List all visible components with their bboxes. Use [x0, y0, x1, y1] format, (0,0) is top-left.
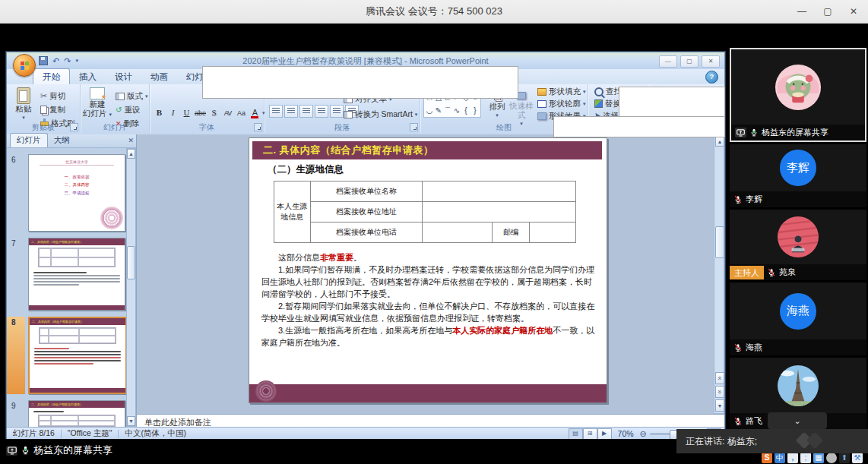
find-button[interactable]: 查找: [594, 86, 622, 97]
avatar: [730, 358, 866, 413]
input-mode-icon[interactable]: ,: [787, 453, 798, 463]
distribute-button[interactable]: [330, 105, 344, 118]
thumbnail-row-9[interactable]: 9 二、具体内容（结合户档暂存申请表）: [7, 400, 125, 427]
shadow-button[interactable]: [207, 106, 220, 120]
participant-tile-sharer[interactable]: 杨益东的屏幕共享: [730, 48, 866, 142]
slide-canvas[interactable]: 二. 具体内容（结合户档暂存申请表） （二）生源地信息 本人生源地信息 档案接收…: [249, 137, 607, 403]
redo-icon[interactable]: ↷: [64, 55, 71, 66]
align-left-button[interactable]: [269, 105, 283, 118]
tab-slides-panel[interactable]: 幻灯片: [10, 133, 48, 147]
thumbnail-row-8[interactable]: 8 二、具体内容（结合户档暂存申请表）: [7, 317, 125, 394]
sidebar-collapse-button[interactable]: ⌄: [768, 412, 827, 429]
close-icon[interactable]: ✕: [847, 5, 860, 18]
notes-pane[interactable]: 单击此处添加备注: [136, 414, 724, 427]
slideshow-icon[interactable]: ▶: [597, 428, 612, 440]
copy-button[interactable]: 复制: [40, 104, 65, 115]
office-button[interactable]: [13, 54, 36, 77]
bold-button[interactable]: [153, 106, 166, 120]
underline-button[interactable]: [180, 106, 193, 120]
strikethrough-button[interactable]: [194, 106, 207, 120]
thumb6-header: 北京林业大学: [29, 159, 125, 164]
avatar: 李辉: [730, 144, 866, 191]
scroll-up-icon[interactable]: ▲: [127, 149, 135, 159]
keyboard-icon[interactable]: ▦: [813, 453, 824, 463]
scroll-down-icon[interactable]: ▼: [127, 416, 135, 426]
clipboard-dialog-launcher[interactable]: [70, 123, 78, 131]
char-spacing-button[interactable]: [221, 106, 234, 120]
qat-dropdown-icon[interactable]: ▾: [75, 55, 78, 66]
ppt-minimize-icon[interactable]: —: [659, 55, 677, 68]
thumbnail-6[interactable]: 北京林业大学 一、政策依据 二、具体内容 三、申请流程: [28, 154, 125, 232]
panel-close-icon[interactable]: ✕: [128, 137, 134, 144]
workspace-scrollbar[interactable]: ▲ « » ▼: [714, 134, 724, 414]
scroll-down-icon[interactable]: ▼: [715, 399, 724, 412]
normal-view-icon[interactable]: ▤: [569, 428, 583, 440]
shapes-gallery-row2[interactable]: ◡✎⌒∿{}: [423, 104, 481, 118]
help-icon[interactable]: ?: [705, 71, 718, 84]
next-slide-icon[interactable]: »: [715, 386, 724, 398]
thumbnail-7[interactable]: 二、具体内容（结合户档暂存申请表）: [28, 238, 125, 311]
align-right-button[interactable]: [299, 105, 313, 118]
participant-tile-host[interactable]: 主持人 苑泉: [730, 210, 866, 280]
save-icon[interactable]: [39, 56, 48, 65]
panel-scroll-thumb[interactable]: [127, 246, 135, 279]
shape-outline-button[interactable]: 形状轮廓▾: [537, 98, 586, 109]
zoom-out-icon[interactable]: ⊖: [640, 429, 647, 439]
sogou-input-icon[interactable]: S: [762, 453, 772, 463]
reset-button[interactable]: ↺ 重设: [116, 104, 140, 115]
tab-home[interactable]: 开始: [33, 68, 70, 84]
mic-on-icon: [749, 128, 759, 137]
participant-label: 杨益东的屏幕共享: [731, 125, 865, 140]
cut-button[interactable]: ✂ 剪切: [40, 90, 65, 102]
ppt-close-icon[interactable]: ✕: [702, 55, 720, 68]
tab-outline-panel[interactable]: 大纲: [48, 134, 76, 147]
change-case-button[interactable]: [235, 106, 248, 120]
new-slide-button[interactable]: 新建 幻灯片 ▾: [82, 87, 112, 119]
slide-body-text: 这部分信息非常重要。 1.如果同学们暂存期满，不及时办理档案迁转，学校需要依据这…: [261, 252, 596, 349]
table-value: [423, 223, 492, 243]
smartart-button[interactable]: 转换为 SmartArt▾: [344, 109, 417, 120]
font-dialog-launcher[interactable]: [254, 123, 262, 131]
tab-insert[interactable]: 插入: [70, 69, 106, 84]
thumbnail-8[interactable]: 二、具体内容（结合户档暂存申请表）: [28, 317, 127, 394]
slide-table: 本人生源地信息 档案接收单位名称 档案接收单位地址 档案接收单位电话 邮编: [274, 181, 576, 243]
font-buttons-row: ▾: [153, 107, 265, 118]
tab-animations[interactable]: 动画: [141, 69, 177, 84]
maximize-icon[interactable]: ▢: [821, 5, 835, 18]
mic-muted-icon: [733, 195, 743, 204]
undo-icon[interactable]: ↶: [52, 55, 59, 66]
thumbnail-row-7[interactable]: 7 二、具体内容（结合户档暂存申请表）: [7, 238, 125, 312]
replace-icon: [594, 99, 603, 108]
scroll-up-icon[interactable]: ▲: [715, 136, 724, 147]
align-center-button[interactable]: [284, 105, 298, 118]
participant-tile[interactable]: 李辉 李辉: [730, 144, 866, 207]
ppt-restore-icon[interactable]: ▢: [680, 55, 699, 68]
participant-tile[interactable]: 海燕 海燕: [730, 283, 866, 355]
tab-design[interactable]: 设计: [106, 69, 141, 84]
language-indicator[interactable]: 中文(简体，中国): [119, 428, 192, 439]
minimize-icon[interactable]: —: [795, 5, 809, 18]
settings-wrench-icon[interactable]: ⚒: [852, 453, 863, 463]
avatar-initials: 海燕: [780, 293, 816, 330]
blank-popup: [553, 116, 725, 137]
tray-arrow-icon[interactable]: ⬆: [839, 453, 850, 463]
slide-sorter-icon[interactable]: ⊞: [583, 428, 597, 440]
scissors-icon: ✂: [40, 91, 47, 101]
chinese-input-icon[interactable]: 中: [775, 453, 785, 463]
previous-slide-icon[interactable]: «: [715, 372, 724, 384]
font-color-button[interactable]: [249, 106, 261, 120]
paragraph-dialog-launcher[interactable]: [410, 123, 418, 131]
punctuation-icon[interactable]: ;: [800, 453, 811, 463]
italic-button[interactable]: [166, 106, 179, 120]
thumbnail-row-6[interactable]: 6 北京林业大学 一、政策依据 二、具体内容 三、申请流程: [7, 154, 125, 233]
shape-fill-button[interactable]: 形状填充▾: [537, 86, 586, 97]
table-label: 邮编: [492, 223, 530, 243]
justify-button[interactable]: [315, 105, 328, 118]
workspace-scroll-thumb[interactable]: [715, 226, 724, 258]
layout-button[interactable]: 版式▾: [116, 90, 148, 102]
paste-button[interactable]: 粘贴 ▾: [10, 87, 37, 122]
panel-scrollbar[interactable]: ▲ ▼: [126, 148, 136, 427]
thumbnail-9[interactable]: 二、具体内容（结合户档暂存申请表）: [28, 400, 125, 427]
slide-workspace: 二. 具体内容（结合户档暂存申请表） （二）生源地信息 本人生源地信息 档案接收…: [136, 134, 724, 414]
slide-indicator: 幻灯片 8/16: [7, 428, 61, 439]
